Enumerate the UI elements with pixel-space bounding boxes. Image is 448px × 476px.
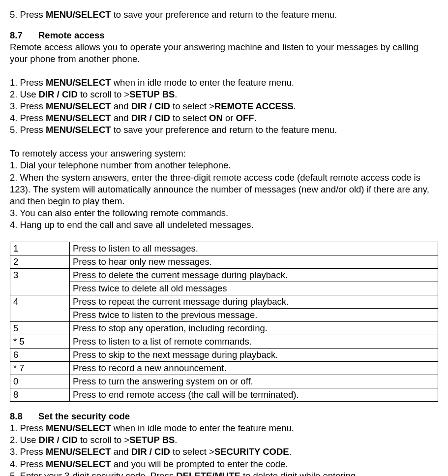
table-row: 6Press to skip to the next message durin…: [10, 349, 438, 362]
subheading: To remotely access your answering system…: [10, 148, 438, 159]
step-line: 5. Press MENU/SELECT to save your prefer…: [10, 9, 438, 21]
heading-number: 8.7: [10, 30, 38, 41]
step-line: 1. Press MENU/SELECT when in idle mode t…: [10, 422, 438, 434]
keyword: MENU/SELECT: [46, 9, 111, 20]
table-row: 8Press to end remote access (the call wi…: [10, 388, 438, 402]
step-line: 2. Use DIR / CID to scroll to >SETUP BS.: [10, 89, 438, 100]
step-line: 5. Enter your 3-digit security code. Pre…: [10, 470, 438, 476]
step-line: 1. Press MENU/SELECT when in idle mode t…: [10, 77, 438, 89]
step-line: 4. Press MENU/SELECT and you will be pro…: [10, 458, 438, 470]
table-row: 5Press to stop any operation, including …: [10, 322, 438, 335]
remote-commands-table: 1Press to listen to all messages. 2Press…: [10, 242, 438, 402]
table-row: * 5Press to listen to a list of remote c…: [10, 335, 438, 349]
heading-number: 8.8: [10, 411, 38, 422]
heading-8-8: 8.8Set the security code: [10, 411, 438, 422]
step-line: 1. Dial your telephone number from anoth…: [10, 159, 438, 171]
step-line: 3. You can also enter the following remo…: [10, 207, 438, 219]
table-row: 1Press to listen to all messages.: [10, 242, 438, 255]
table-row: * 7Press to record a new announcement.: [10, 362, 438, 375]
step-line: 4. Press MENU/SELECT and DIR / CID to se…: [10, 112, 438, 124]
step-line: 5. Press MENU/SELECT to save your prefer…: [10, 124, 438, 136]
step-line: 3. Press MENU/SELECT and DIR / CID to se…: [10, 446, 438, 458]
heading-title: Set the security code: [38, 411, 130, 421]
step-line: 4. Hang up to end the call and save all …: [10, 219, 438, 231]
step-line: 2. When the system answers, enter the th…: [10, 172, 438, 207]
table-row: Press twice to delete all old messages: [10, 282, 438, 295]
text: to save your preference and return to th…: [111, 9, 337, 20]
heading-8-7: 8.7Remote access: [10, 30, 438, 41]
paragraph: Remote access allows you to operate your…: [10, 41, 438, 65]
table-row: 4Press to repeat the current message dur…: [10, 295, 438, 308]
table-row: Press twice to listen to the previous me…: [10, 308, 438, 321]
text: 5. Press: [10, 9, 46, 20]
table-row: 2Press to hear only new messages.: [10, 255, 438, 268]
step-line: 2. Use DIR / CID to scroll to >SETUP BS.: [10, 434, 438, 446]
table-row: 0Press to turn the answering system on o…: [10, 375, 438, 388]
table-row: 3Press to delete the current message dur…: [10, 268, 438, 282]
step-line: 3. Press MENU/SELECT and DIR / CID to se…: [10, 100, 438, 112]
heading-title: Remote access: [38, 30, 105, 40]
